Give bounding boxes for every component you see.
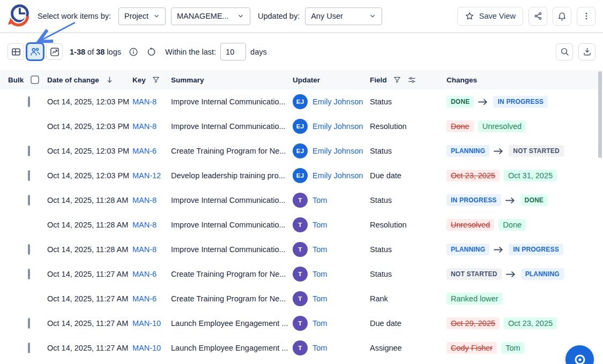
arrow-right-icon	[506, 271, 517, 278]
arrow-right-icon	[494, 148, 504, 155]
updater-link[interactable]: Tom	[312, 245, 327, 254]
key-link[interactable]: MAN-6	[132, 294, 157, 303]
sliders-icon[interactable]	[407, 75, 416, 85]
changes-cell: Ranked lower	[446, 293, 603, 305]
field-name: Rank	[370, 294, 446, 303]
change-badge: Done	[446, 120, 474, 132]
notifications-button[interactable]	[553, 7, 571, 26]
table-row: Oct 14, 2025, 11:28 AM MAN-8 Improve Int…	[0, 237, 603, 262]
updater-link[interactable]: Tom	[312, 319, 327, 328]
key-link[interactable]: MAN-8	[132, 97, 157, 106]
avatar: T	[293, 217, 308, 232]
row-checkbox[interactable]	[28, 146, 30, 156]
date-of-change: Oct 14, 2025, 12:03 PM	[47, 97, 132, 106]
refresh-button[interactable]	[146, 47, 157, 57]
change-badge: Done	[498, 219, 526, 231]
avatar: T	[293, 193, 308, 208]
date-of-change: Oct 14, 2025, 11:27 AM	[47, 344, 132, 352]
row-checkbox[interactable]	[28, 96, 30, 107]
download-button[interactable]	[578, 43, 595, 60]
row-checkbox[interactable]	[28, 343, 30, 353]
key-link[interactable]: MAN-8	[132, 122, 157, 131]
key-link[interactable]: MAN-8	[132, 196, 157, 204]
search-button[interactable]	[556, 43, 573, 60]
field-name: Status	[370, 147, 446, 155]
field-name: Status	[370, 270, 446, 278]
key-link[interactable]: MAN-6	[132, 147, 157, 155]
share-button[interactable]	[528, 7, 547, 26]
updater-link[interactable]: Tom	[312, 344, 327, 352]
top-bar: Select work items by: Project MANAGEME..…	[0, 0, 603, 33]
table-row: Oct 14, 2025, 11:27 AM MAN-10 Launch Emp…	[0, 311, 603, 336]
changes-cell: DONEIN PROGRESS	[446, 96, 603, 108]
filter-funnel-icon[interactable]	[152, 75, 160, 84]
summary-text: Develop leadership training pro...	[171, 171, 293, 180]
clock-logo-icon	[5, 3, 32, 29]
search-icon	[560, 47, 570, 57]
date-of-change: Oct 14, 2025, 12:03 PM	[47, 171, 132, 180]
table-row: Oct 14, 2025, 12:03 PM MAN-8 Improve Int…	[0, 89, 603, 114]
updater-link[interactable]: Emily Johnson	[312, 97, 363, 106]
chevron-down-icon	[237, 12, 244, 20]
people-view-button[interactable]	[26, 42, 44, 61]
days-input[interactable]	[220, 43, 246, 60]
table-row: Oct 14, 2025, 11:27 AM MAN-6 Create Trai…	[0, 262, 603, 286]
updater-link[interactable]: Emily Johnson	[312, 122, 363, 131]
days-unit-label: days	[250, 48, 267, 56]
change-badge: DONE	[446, 96, 474, 108]
project-dropdown[interactable]: MANAGEME...	[171, 7, 250, 25]
refresh-icon	[146, 47, 157, 57]
updater-link[interactable]: Tom	[312, 221, 327, 229]
row-checkbox[interactable]	[28, 195, 30, 206]
chevron-down-icon	[369, 12, 376, 20]
row-checkbox[interactable]	[28, 244, 30, 255]
table-header: Bulk Date of change Key Summary Updater …	[0, 70, 603, 89]
sort-down-icon[interactable]	[105, 75, 114, 85]
change-badge: IN PROGRESS	[493, 96, 548, 108]
key-link[interactable]: MAN-10	[132, 319, 161, 328]
row-checkbox[interactable]	[28, 269, 30, 279]
date-of-change: Oct 14, 2025, 11:28 AM	[47, 221, 132, 229]
chevron-down-icon	[153, 12, 160, 20]
field-name: Resolution	[370, 221, 446, 229]
logs-count: 1-38 of 38 logs	[70, 48, 121, 56]
share-icon	[533, 11, 543, 21]
updater-link[interactable]: Emily Johnson	[312, 171, 363, 180]
updater-link[interactable]: Tom	[312, 270, 327, 278]
info-button[interactable]	[128, 47, 139, 57]
change-badge: Tom	[501, 342, 524, 354]
key-link[interactable]: MAN-8	[132, 245, 157, 254]
field-name: Resolution	[370, 122, 446, 131]
field-name: Status	[370, 196, 446, 204]
key-link[interactable]: MAN-6	[132, 270, 157, 278]
key-link[interactable]: MAN-10	[132, 344, 161, 352]
avatar: EJ	[293, 168, 308, 183]
summary-text: Launch Employee Engagement ...	[171, 319, 293, 328]
updater-link[interactable]: Tom	[312, 294, 327, 303]
table-view-button[interactable]	[8, 43, 24, 60]
save-view-button[interactable]: Save View	[457, 7, 523, 26]
changes-cell: DoneUnresolved	[446, 120, 603, 132]
avatar: EJ	[293, 94, 308, 109]
change-badge: Ranked lower	[446, 293, 503, 305]
updater-link[interactable]: Tom	[312, 196, 327, 204]
summary-text: Create Training Program for Ne...	[171, 270, 293, 278]
arrow-right-icon	[505, 197, 516, 204]
avatar: T	[293, 340, 308, 355]
vertical-scrollbar[interactable]	[598, 71, 602, 158]
row-checkbox[interactable]	[28, 318, 30, 329]
more-options-button[interactable]	[577, 7, 595, 26]
select-all-checkbox[interactable]	[31, 75, 39, 84]
updater-link[interactable]: Emily Johnson	[312, 147, 363, 155]
updated-by-dropdown[interactable]: Any User	[305, 7, 382, 25]
chart-view-button[interactable]	[46, 43, 63, 60]
changes-cell: Oct 29, 2025Oct 23, 2025	[446, 317, 603, 329]
filter-by-dropdown[interactable]: Project	[118, 7, 166, 25]
star-icon	[465, 11, 474, 21]
row-checkbox[interactable]	[28, 170, 30, 181]
key-link[interactable]: MAN-8	[132, 221, 157, 229]
key-link[interactable]: MAN-12	[132, 171, 161, 180]
field-name: Status	[370, 245, 446, 254]
chart-view-icon	[49, 47, 60, 57]
filter-funnel-icon[interactable]	[393, 75, 401, 84]
